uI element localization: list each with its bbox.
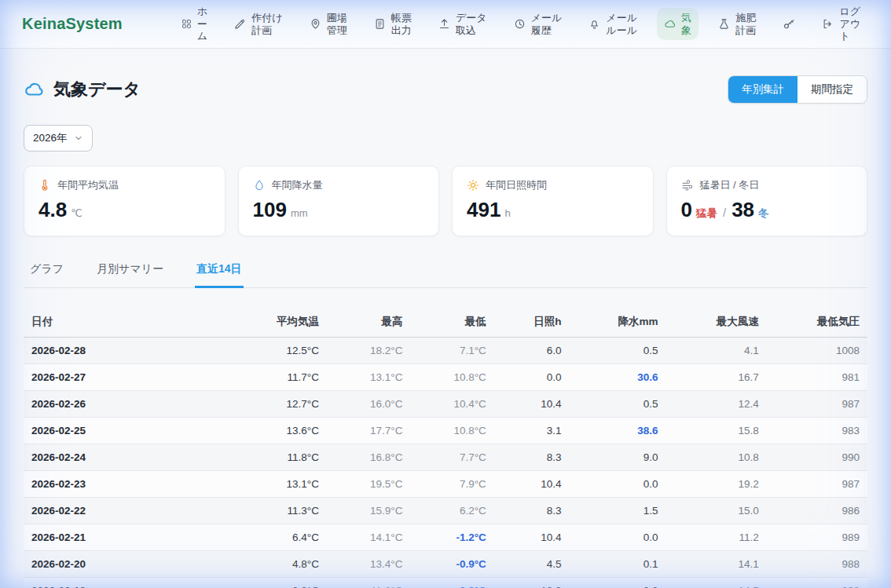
avg-cell: 12.7°C (226, 391, 327, 418)
avg-cell: 3.9°C (226, 578, 327, 588)
brand-logo[interactable]: KeinaSystem (22, 15, 123, 33)
rain-cell: 1.5 (570, 498, 666, 524)
tab-monthly[interactable]: 月別サマリー (95, 257, 165, 288)
stat-value-part: 0 (681, 198, 692, 222)
main-content: 気象データ 年別集計期間指定 2026年 年間平均気温4.8℃年間降水量109m… (0, 49, 891, 588)
wind-cell: 11.2 (666, 524, 767, 551)
stat-card-label: 年間平均気温 (38, 178, 211, 192)
nav-item-label: ログ アウ ト (839, 5, 860, 42)
history-icon (514, 18, 526, 30)
table-row: 2026-02-2211.3°C15.9°C6.2°C8.31.515.0986 (24, 498, 867, 524)
nav-item-planting-plan[interactable]: 作付け 計画 (227, 8, 289, 40)
toggle-button-1[interactable]: 期間指定 (798, 76, 867, 103)
stat-value-part: mm (291, 207, 308, 219)
column-header: 最高 (327, 307, 410, 338)
wind-cell: 10.8 (666, 444, 767, 471)
date-cell: 2026-02-23 (24, 471, 226, 498)
max-cell: 13.1°C (327, 364, 410, 391)
stat-value-part: 4.8 (38, 198, 67, 222)
wind-cell: 14.1 (666, 551, 767, 578)
date-cell: 2026-02-22 (24, 498, 226, 524)
year-select[interactable]: 2026年 (24, 125, 93, 152)
stat-card-extreme-days: 猛暑日 / 冬日0猛暑/38冬 (666, 166, 868, 236)
avg-cell: 11.8°C (226, 444, 327, 471)
nav-item-weather[interactable]: 気 象 (657, 8, 698, 40)
year-select-value: 2026年 (33, 131, 68, 145)
max-cell: 13.4°C (327, 551, 410, 578)
nav-item-logout[interactable]: ログ アウ ト (815, 2, 867, 46)
date-cell: 2026-02-21 (24, 524, 226, 551)
wind-cell: 4.1 (666, 338, 767, 364)
pressure-cell: 981 (767, 364, 867, 391)
bell-icon (588, 18, 600, 30)
stat-card-label: 年間日照時間 (467, 178, 639, 192)
nav-item-report-output[interactable]: 帳票 出力 (367, 8, 419, 40)
cloud-icon (664, 18, 676, 30)
nav-item-mail-history[interactable]: メール 履歴 (507, 8, 570, 40)
date-cell: 2026-02-28 (24, 338, 226, 364)
stat-card-label-text: 年間平均気温 (57, 178, 119, 192)
sun-cell: 10.4 (494, 471, 570, 498)
max-cell: 16.0°C (327, 391, 410, 418)
nav-item-mail-rules[interactable]: メール ルール (581, 8, 644, 40)
wind-icon (681, 179, 694, 192)
nav-item-label: ホ ー ム (197, 5, 207, 42)
droplet-icon (253, 179, 266, 192)
sun-cell: 8.3 (494, 444, 570, 471)
date-cell: 2026-02-24 (24, 444, 226, 471)
nav-item-field-management[interactable]: 圃場 管理 (302, 8, 354, 40)
stat-card-annual-rainfall: 年間降水量109mm (238, 166, 440, 236)
nav-item-key[interactable] (776, 14, 802, 35)
rain-cell: 0.1 (570, 551, 666, 578)
tab-recent14[interactable]: 直近14日 (195, 257, 244, 288)
view-tabs: グラフ月別サマリー直近14日 (24, 257, 867, 288)
avg-cell: 4.8°C (226, 551, 327, 578)
min-cell: 10.8°C (410, 418, 493, 444)
avg-cell: 11.3°C (226, 498, 327, 524)
table-row: 2026-02-2612.7°C16.0°C10.4°C10.40.512.49… (24, 391, 867, 418)
document-icon (374, 18, 386, 30)
tab-graph[interactable]: グラフ (28, 257, 65, 288)
date-cell: 2026-02-25 (24, 418, 226, 444)
toggle-button-0[interactable]: 年別集計 (728, 76, 798, 103)
table-row: 2026-02-216.4°C14.1°C-1.2°C10.40.011.298… (24, 524, 867, 551)
wind-cell: 12.4 (666, 391, 767, 418)
pressure-cell: 990 (767, 444, 867, 471)
stat-value-part: 猛暑 (696, 206, 717, 221)
nav-item-home[interactable]: ホ ー ム (174, 2, 214, 46)
stat-card-value: 109mm (253, 198, 425, 222)
map-pin-icon (310, 18, 321, 30)
stat-value-part: 38 (732, 198, 754, 222)
rain-cell: 0.0 (570, 578, 666, 588)
stat-card-label-text: 年間降水量 (272, 178, 323, 192)
wind-cell: 15.8 (666, 418, 767, 444)
sun-cell: 4.5 (494, 551, 570, 578)
nav-item-label: メール 履歴 (531, 12, 563, 36)
wind-cell: 19.2 (666, 471, 767, 498)
nav-item-data-import[interactable]: データ 取込 (431, 8, 494, 40)
min-cell: 7.9°C (410, 471, 493, 498)
pressure-cell: 989 (767, 524, 867, 551)
nav-item-fertilizer-plan[interactable]: 施肥 計画 (711, 8, 763, 40)
stat-card-annual-sunshine: 年間日照時間491h (452, 166, 654, 236)
rain-cell: 0.0 (570, 524, 666, 551)
top-nav: KeinaSystem ホ ー ム作付け 計画圃場 管理帳票 出力データ 取込メ… (0, 0, 891, 49)
page-title: 気象データ (24, 78, 141, 101)
nav-item-label: 施肥 計画 (735, 12, 756, 36)
table-row: 2026-02-2513.6°C17.7°C10.8°C3.138.615.89… (24, 418, 867, 444)
sun-cell: 10.4 (494, 524, 570, 551)
column-header: 最大風速 (666, 307, 767, 338)
table-row: 2026-02-2812.5°C18.2°C7.1°C6.00.54.11008 (24, 338, 867, 364)
thermometer-icon (38, 179, 51, 192)
rain-cell: 0.0 (570, 471, 666, 498)
rain-cell: 38.6 (570, 418, 666, 444)
pressure-cell: 983 (767, 418, 867, 444)
table-row: 2026-02-204.8°C13.4°C-0.9°C4.50.114.1988 (24, 551, 867, 578)
stat-value-part: 冬 (758, 206, 769, 221)
logout-icon (822, 18, 834, 30)
avg-cell: 11.7°C (226, 364, 327, 391)
nav-item-label: 気 象 (681, 12, 691, 36)
pencil-icon (234, 18, 246, 30)
max-cell: 15.9°C (327, 498, 410, 524)
pressure-cell: 1008 (767, 338, 867, 364)
